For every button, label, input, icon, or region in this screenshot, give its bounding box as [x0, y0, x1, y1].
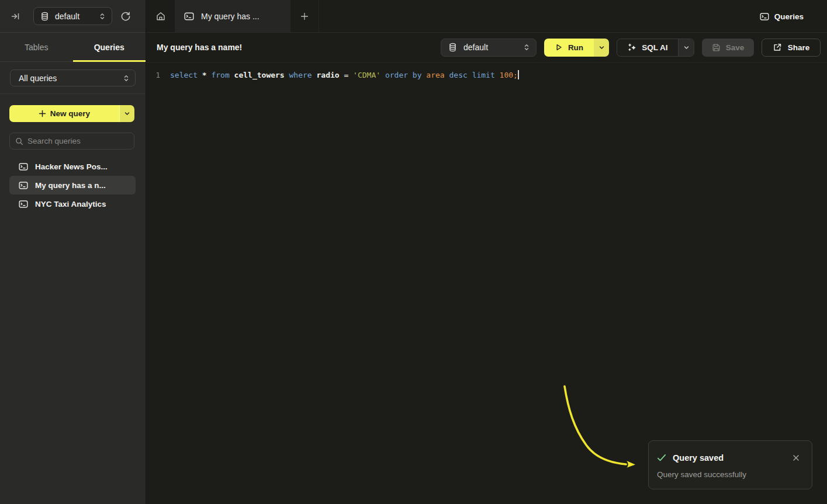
editor-tab-label: My query has ...: [201, 12, 259, 21]
query-list: Hacker News Pos... My query has a n... N…: [0, 157, 146, 213]
terminal-icon: [19, 200, 28, 208]
play-icon: [555, 43, 563, 51]
query-list-item[interactable]: Hacker News Pos...: [9, 157, 136, 176]
code-token-identifier: radio: [316, 71, 344, 79]
toolbar: My query has a name! default: [147, 33, 827, 62]
code-token-keyword: where: [289, 71, 317, 79]
database-icon: [448, 43, 457, 52]
new-query-dropdown-button[interactable]: [119, 105, 134, 122]
plus-icon: [39, 110, 46, 117]
sql-ai-split-button: SQL AI: [617, 39, 694, 57]
code-token-number: area: [426, 71, 449, 79]
new-query-button[interactable]: New query: [9, 105, 119, 122]
search-icon: [15, 137, 23, 145]
new-query-split-button: New query: [9, 105, 134, 122]
code-token-operator: =: [344, 71, 353, 79]
code-token-identifier: *: [202, 71, 212, 79]
tab-queries-label: Queries: [94, 43, 124, 52]
home-icon: [155, 11, 166, 22]
toast-message: Query saved successfully: [657, 470, 804, 479]
collapse-sidebar-button[interactable]: [4, 5, 27, 28]
query-title: My query has a name!: [157, 43, 441, 52]
sidebar-database-value: default: [55, 12, 99, 21]
collapse-sidebar-icon: [11, 12, 20, 21]
queries-badge[interactable]: Queries: [760, 0, 804, 33]
query-list-item[interactable]: NYC Taxi Analytics: [9, 194, 136, 213]
sql-ai-dropdown-button[interactable]: [678, 39, 694, 56]
toast-title: Query saved: [673, 453, 791, 463]
terminal-icon: [19, 181, 28, 190]
terminal-icon: [19, 162, 28, 171]
terminal-icon: [184, 12, 194, 21]
home-button[interactable]: [147, 0, 175, 32]
run-split-button: Run: [544, 39, 609, 57]
new-query-row: New query: [0, 94, 146, 122]
sidebar-topbar: default: [0, 0, 146, 33]
code-token-keyword: order by: [385, 71, 426, 79]
check-icon: [657, 454, 666, 462]
code-token-keyword: select: [170, 71, 202, 79]
toast-query-saved: Query saved Query saved successfully: [648, 440, 812, 489]
editor-tab[interactable]: My query has ...: [175, 0, 290, 32]
code-token-number: 100;: [500, 71, 518, 79]
sidebar: default Tables Queries All quer: [0, 0, 146, 504]
topbar-divider: [319, 0, 319, 32]
tab-tables-label: Tables: [25, 43, 48, 52]
run-label: Run: [568, 43, 583, 52]
query-filter-select[interactable]: All queries: [10, 69, 136, 86]
search-queries-input[interactable]: [27, 137, 129, 145]
chevron-updown-icon: [523, 43, 530, 51]
search-queries-box: [9, 133, 134, 150]
refresh-icon: [120, 11, 132, 22]
sql-code: select * from cell_towers where radio = …: [170, 70, 519, 79]
tab-tables[interactable]: Tables: [0, 33, 73, 61]
sql-ai-button[interactable]: SQL AI: [617, 39, 678, 56]
query-filter-row: All queries: [0, 62, 146, 93]
toolbar-database-value: default: [463, 43, 523, 52]
share-icon: [773, 43, 782, 52]
plus-icon: [300, 12, 309, 20]
run-dropdown-button[interactable]: [594, 39, 609, 57]
sql-ai-label: SQL AI: [642, 43, 667, 52]
share-button[interactable]: Share: [762, 39, 821, 57]
text-cursor: [518, 70, 519, 79]
new-tab-button[interactable]: [290, 0, 319, 32]
database-icon: [40, 12, 49, 21]
refresh-button[interactable]: [116, 7, 135, 26]
search-row: [0, 122, 146, 150]
query-list-item-label: NYC Taxi Analytics: [35, 200, 106, 208]
share-label: Share: [788, 43, 810, 52]
code-token-string: 'CDMA': [353, 71, 385, 79]
save-button[interactable]: Save: [702, 39, 754, 57]
main-area: My query has ... Queries My query has a …: [147, 0, 827, 504]
chevron-down-icon: [598, 44, 605, 51]
terminal-icon: [760, 12, 769, 21]
code-line: 1 select * from cell_towers where radio …: [147, 69, 827, 81]
tab-queries[interactable]: Queries: [73, 33, 146, 61]
toast-header: Query saved: [657, 453, 804, 463]
query-list-item-label: Hacker News Pos...: [35, 162, 108, 171]
sidebar-tabbar: Tables Queries: [0, 33, 146, 62]
code-token-identifier: cell_towers: [234, 71, 289, 79]
line-number: 1: [147, 71, 160, 79]
save-icon: [712, 43, 721, 52]
code-token-keyword: from: [211, 71, 234, 79]
toolbar-database-select[interactable]: default: [441, 39, 537, 57]
close-icon[interactable]: [791, 453, 801, 463]
chevron-updown-icon: [99, 12, 106, 20]
queries-badge-label: Queries: [774, 12, 804, 21]
chevron-down-icon: [124, 110, 130, 117]
sidebar-database-select[interactable]: default: [33, 7, 112, 25]
sparkles-icon: [627, 43, 636, 52]
run-button[interactable]: Run: [544, 39, 594, 57]
query-filter-value: All queries: [19, 74, 123, 83]
chevron-down-icon: [683, 44, 690, 51]
main-topbar: My query has ... Queries: [147, 0, 827, 33]
new-query-label: New query: [50, 109, 90, 118]
query-list-item[interactable]: My query has a n...: [9, 176, 136, 194]
query-list-item-label: My query has a n...: [35, 181, 106, 190]
toolbar-actions: default Run: [441, 39, 821, 57]
chevron-updown-icon: [123, 74, 130, 82]
code-token-keyword: desc limit: [449, 71, 500, 79]
sql-editor[interactable]: 1 select * from cell_towers where radio …: [147, 62, 827, 81]
